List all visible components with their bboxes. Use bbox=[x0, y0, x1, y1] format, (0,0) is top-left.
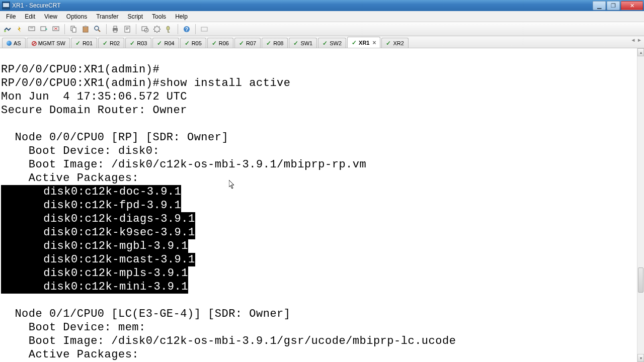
svg-rect-22 bbox=[201, 27, 207, 31]
error-icon: ⊘ bbox=[31, 41, 36, 46]
scroll-track[interactable] bbox=[637, 56, 644, 354]
tab-r05[interactable]: ✓R05 bbox=[180, 38, 206, 48]
tab-xr2[interactable]: ✓XR2 bbox=[381, 38, 408, 48]
check-icon: ✓ bbox=[212, 41, 217, 46]
print-icon[interactable] bbox=[110, 24, 121, 35]
terminal-line: Boot Device: disk0: bbox=[1, 145, 159, 157]
svg-rect-6 bbox=[41, 27, 46, 31]
svg-rect-4 bbox=[29, 27, 35, 31]
check-icon: ✓ bbox=[386, 41, 391, 46]
reconnect-icon[interactable] bbox=[26, 24, 37, 35]
svg-rect-5 bbox=[30, 28, 33, 28]
svg-point-3 bbox=[4, 30, 6, 32]
tab-label: R02 bbox=[110, 40, 120, 46]
log-icon[interactable] bbox=[122, 24, 133, 35]
check-icon: ✓ bbox=[293, 41, 298, 46]
tab-label: R08 bbox=[273, 40, 283, 46]
svg-rect-16 bbox=[125, 26, 130, 32]
tab-label: AS bbox=[14, 40, 21, 46]
tab-sw2[interactable]: ✓SW2 bbox=[318, 38, 346, 48]
menu-help[interactable]: Help bbox=[171, 12, 192, 21]
terminal-line: Active Packages: bbox=[1, 172, 139, 185]
close-tab-icon[interactable]: × bbox=[372, 40, 376, 46]
scroll-thumb[interactable] bbox=[638, 267, 643, 293]
tab-r03[interactable]: ✓R03 bbox=[125, 38, 151, 48]
tab-label: XR1 bbox=[359, 40, 369, 46]
tab-label: R06 bbox=[219, 40, 229, 46]
check-icon: ✓ bbox=[323, 41, 328, 46]
global-options-icon[interactable] bbox=[151, 24, 163, 35]
menu-transfer[interactable]: Transfer bbox=[92, 12, 122, 21]
check-icon: ✓ bbox=[130, 41, 135, 46]
paste-icon[interactable] bbox=[80, 24, 91, 35]
tab-as[interactable]: AS bbox=[2, 38, 26, 48]
check-icon: ✓ bbox=[352, 40, 357, 45]
tab-r04[interactable]: ✓R04 bbox=[152, 38, 179, 48]
terminal[interactable]: RP/0/0/CPU0:XR1(admin)# RP/0/0/CPU0:XR1(… bbox=[0, 48, 644, 362]
tab-r08[interactable]: ✓R08 bbox=[262, 38, 288, 48]
session-options-icon[interactable] bbox=[139, 24, 150, 35]
tab-sw1[interactable]: ✓SW1 bbox=[289, 38, 317, 48]
toggle-icon[interactable] bbox=[199, 24, 210, 35]
terminal-line: Boot Device: mem: bbox=[1, 321, 146, 334]
menu-options[interactable]: Options bbox=[62, 12, 91, 21]
window-title: XR1 - SecureCRT bbox=[12, 2, 593, 9]
check-icon: ✓ bbox=[266, 41, 271, 46]
scroll-down-button[interactable]: ▾ bbox=[637, 354, 644, 362]
tab-scroll-arrows[interactable]: ◄ ► bbox=[630, 37, 642, 43]
tab-strip: AS ⊘MGMT SW ✓R01 ✓R02 ✓R03 ✓R04 ✓R05 ✓R0… bbox=[0, 36, 644, 48]
selected-package: disk0:c12k-fpd-3.9.1 bbox=[1, 199, 181, 212]
tab-r02[interactable]: ✓R02 bbox=[98, 38, 124, 48]
svg-rect-11 bbox=[85, 26, 87, 27]
connect-icon[interactable] bbox=[2, 24, 13, 35]
terminal-line: Node 0/1/CPU0 [LC(E3-GE-4)] [SDR: Owner] bbox=[1, 308, 291, 320]
tab-r01[interactable]: ✓R01 bbox=[71, 38, 97, 48]
close-button[interactable]: ✕ bbox=[621, 1, 643, 10]
help-icon[interactable]: ? bbox=[181, 24, 192, 35]
menu-script[interactable]: Script bbox=[123, 12, 147, 21]
tab-label: SW1 bbox=[300, 40, 312, 46]
terminal-line: Node 0/0/CPU0 [RP] [SDR: Owner] bbox=[1, 131, 228, 144]
svg-rect-10 bbox=[83, 27, 88, 32]
terminal-container: RP/0/0/CPU0:XR1(admin)# RP/0/0/CPU0:XR1(… bbox=[0, 48, 644, 362]
vertical-scrollbar[interactable]: ▴ ▾ bbox=[637, 48, 644, 362]
menubar: File Edit View Options Transfer Script T… bbox=[0, 11, 644, 22]
app-icon bbox=[2, 2, 10, 10]
terminal-line: Boot Image: /disk0/c12k-os-mbi-3.9.1/mbi… bbox=[1, 158, 366, 171]
selected-package: disk0:c12k-mini-3.9.1 bbox=[1, 280, 188, 294]
new-tab-icon[interactable] bbox=[38, 24, 49, 35]
find-icon[interactable] bbox=[92, 24, 103, 35]
check-icon: ✓ bbox=[157, 41, 162, 46]
minimize-button[interactable]: ▁ bbox=[593, 1, 606, 10]
disconnect-icon[interactable] bbox=[50, 24, 61, 35]
tab-r06[interactable]: ✓R06 bbox=[207, 38, 233, 48]
selected-package: disk0:c12k-doc-3.9.1 bbox=[1, 185, 181, 199]
check-icon: ✓ bbox=[75, 41, 80, 46]
maximize-button[interactable]: ❐ bbox=[607, 1, 620, 10]
tab-label: SW2 bbox=[330, 40, 342, 46]
tab-label: R07 bbox=[246, 40, 256, 46]
quick-connect-icon[interactable] bbox=[14, 24, 25, 35]
keymap-icon[interactable] bbox=[164, 24, 175, 35]
terminal-line: Boot Image: /disk0/c12k-os-mbi-3.9.1/gsr… bbox=[1, 335, 456, 347]
svg-point-12 bbox=[95, 26, 99, 30]
terminal-line: RP/0/0/CPU0:XR1(admin)# bbox=[1, 63, 159, 76]
tab-label: R04 bbox=[164, 40, 174, 46]
svg-rect-15 bbox=[114, 30, 117, 32]
svg-point-19 bbox=[167, 26, 170, 30]
tab-mgmt-sw[interactable]: ⊘MGMT SW bbox=[27, 38, 70, 48]
svg-text:?: ? bbox=[185, 27, 188, 32]
menu-edit[interactable]: Edit bbox=[21, 12, 39, 21]
terminal-line: Active Packages: bbox=[1, 348, 139, 361]
menu-file[interactable]: File bbox=[2, 12, 20, 21]
copy-icon[interactable] bbox=[68, 24, 79, 35]
selected-package: disk0:c12k-mpls-3.9.1 bbox=[1, 266, 188, 280]
terminal-line: Mon Jun 4 17:35:06.572 UTC bbox=[1, 90, 187, 103]
menu-tools[interactable]: Tools bbox=[148, 12, 170, 21]
tab-label: R03 bbox=[137, 40, 147, 46]
scroll-up-button[interactable]: ▴ bbox=[637, 48, 644, 56]
globe-icon bbox=[7, 41, 12, 46]
tab-xr1[interactable]: ✓XR1× bbox=[347, 37, 380, 48]
tab-r07[interactable]: ✓R07 bbox=[234, 38, 261, 48]
menu-view[interactable]: View bbox=[40, 12, 61, 21]
